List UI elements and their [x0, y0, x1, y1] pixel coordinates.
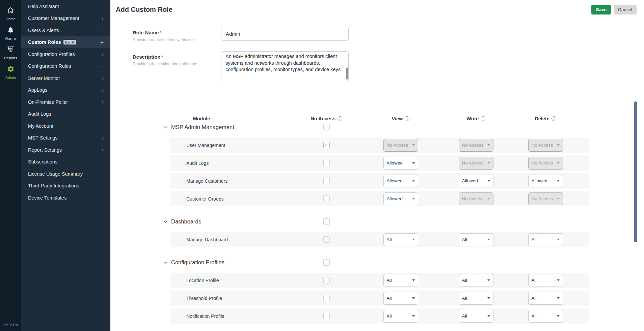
no-access-checkbox[interactable]: [323, 195, 330, 202]
section-checkbox[interactable]: [323, 124, 330, 130]
chevron-right-icon[interactable]: ›: [102, 16, 104, 21]
sidebar-item[interactable]: Custom RolesBETA +: [21, 36, 110, 49]
chevron-right-icon[interactable]: ›: [102, 75, 104, 81]
dropdown-arrow-icon: [487, 180, 490, 182]
app-root: Home Alarms Reports Admin 12:12 PM Help …: [0, 0, 644, 331]
no-access-checkbox[interactable]: [323, 313, 330, 319]
rail-item-reports[interactable]: Reports: [0, 43, 21, 63]
view-dropdown[interactable]: All: [383, 292, 418, 305]
permission-section: Dashboards Manage Dashboard: [110, 216, 644, 247]
sidebar-item[interactable]: Subscriptions: [21, 156, 110, 168]
view-dropdown[interactable]: All: [383, 310, 418, 323]
no-access-checkbox[interactable]: [323, 178, 330, 184]
rail-item-home[interactable]: Home: [0, 4, 21, 24]
chevron-right-icon[interactable]: ›: [102, 51, 104, 57]
view-dropdown-value: Allowed: [387, 196, 403, 201]
view-dropdown[interactable]: Allowed: [383, 175, 418, 187]
view-dropdown[interactable]: No Access: [383, 139, 418, 152]
info-icon[interactable]: [552, 116, 556, 121]
section-checkbox[interactable]: [323, 218, 330, 225]
chevron-right-icon[interactable]: ›: [102, 135, 104, 141]
delete-dropdown[interactable]: All: [528, 292, 563, 305]
save-button[interactable]: Save: [591, 5, 611, 14]
sidebar-item[interactable]: MSP Settings ›: [21, 132, 110, 144]
write-dropdown[interactable]: All: [459, 274, 493, 287]
sidebar-item[interactable]: On-Premise Poller ›: [21, 96, 110, 108]
rail-item-admin[interactable]: Admin: [0, 63, 21, 82]
page-scrollbar-thumb[interactable]: [634, 101, 637, 242]
plus-icon[interactable]: +: [100, 183, 104, 189]
sidebar-item[interactable]: Report Settings ›: [21, 144, 110, 156]
view-dropdown[interactable]: Allowed: [383, 157, 418, 170]
chevron-down-icon[interactable]: [163, 125, 168, 130]
no-access-checkbox[interactable]: [323, 142, 330, 148]
sidebar-item[interactable]: My Account: [21, 120, 110, 132]
sidebar-item[interactable]: Configuration Profiles ›: [21, 48, 110, 60]
delete-dropdown[interactable]: All: [528, 310, 563, 323]
main-content: Add Custom Role Save Cancel Role Name* P…: [110, 0, 644, 331]
sidebar-item[interactable]: License Usage Summary: [21, 168, 110, 180]
write-dropdown[interactable]: Allowed: [459, 175, 493, 187]
delete-dropdown[interactable]: No Access: [528, 192, 563, 205]
delete-dropdown[interactable]: No Access: [528, 157, 563, 170]
write-dropdown[interactable]: No Access: [459, 139, 493, 152]
chevron-right-icon[interactable]: ›: [102, 147, 104, 153]
info-icon[interactable]: [481, 116, 485, 121]
description-textarea[interactable]: An MSP administrator manages and monitor…: [221, 51, 349, 82]
role-name-field-row: Role Name* Provide a name to identify th…: [133, 27, 644, 42]
write-dropdown[interactable]: No Access: [459, 192, 493, 205]
no-access-checkbox[interactable]: [323, 236, 330, 243]
plus-icon[interactable]: +: [100, 27, 104, 33]
textarea-scrollbar-thumb[interactable]: [346, 67, 348, 80]
write-dropdown-value: All: [462, 237, 467, 242]
delete-dropdown[interactable]: All: [528, 274, 563, 287]
dropdown-arrow-icon: [557, 198, 560, 200]
delete-dropdown-value: No Access: [532, 160, 553, 166]
write-dropdown[interactable]: All: [459, 233, 493, 246]
chevron-right-icon[interactable]: ›: [102, 99, 104, 105]
delete-dropdown[interactable]: No Access: [528, 139, 563, 152]
permission-row: Audit Logs Allowed: [170, 155, 589, 171]
sidebar-item[interactable]: Server Monitor ›: [21, 72, 110, 84]
no-access-checkbox[interactable]: [323, 295, 330, 301]
sidebar-item[interactable]: Device Templates: [21, 192, 110, 204]
chevron-down-icon[interactable]: [163, 219, 168, 224]
sidebar-item[interactable]: Third-Party Integrations +: [21, 180, 110, 192]
view-dropdown[interactable]: Allowed: [383, 192, 418, 205]
write-dropdown-value: All: [462, 296, 467, 301]
sidebar-item[interactable]: Audit Logs: [21, 108, 110, 120]
sidebar-item[interactable]: Customer Management ›: [21, 12, 110, 25]
cancel-button[interactable]: Cancel: [614, 5, 637, 14]
section-rows: Location Profile All: [110, 273, 644, 324]
role-name-input[interactable]: [221, 27, 349, 41]
delete-dropdown-value: All: [532, 313, 537, 319]
delete-dropdown[interactable]: Allowed: [528, 175, 563, 187]
plus-icon[interactable]: +: [100, 63, 104, 69]
chevron-down-icon[interactable]: [163, 260, 168, 265]
sidebar-item[interactable]: Configuration Rules +: [21, 60, 110, 72]
plus-icon[interactable]: +: [100, 39, 104, 45]
section-checkbox[interactable]: [323, 259, 330, 266]
chevron-right-icon[interactable]: ›: [102, 87, 104, 93]
write-dropdown[interactable]: All: [459, 310, 493, 323]
column-header-label: Delete: [535, 116, 549, 121]
sidebar-item[interactable]: Users & Alerts +: [21, 24, 110, 36]
sidebar-item-label: Device Templates: [28, 195, 66, 201]
write-dropdown[interactable]: No Access: [459, 157, 493, 170]
dropdown-arrow-icon: [412, 239, 415, 240]
sidebar-item-label: On-Premise Poller: [28, 99, 68, 105]
sidebar-item[interactable]: AppLogs ›: [21, 84, 110, 96]
rail-item-alarms[interactable]: Alarms: [0, 24, 21, 43]
sidebar-item[interactable]: Help Assistant: [21, 0, 110, 12]
write-dropdown[interactable]: All: [459, 292, 493, 305]
view-dropdown[interactable]: All: [383, 233, 418, 246]
view-dropdown[interactable]: All: [383, 274, 418, 287]
info-icon[interactable]: [338, 116, 342, 121]
delete-dropdown[interactable]: All: [528, 233, 563, 246]
no-access-checkbox[interactable]: [323, 160, 330, 166]
no-access-checkbox[interactable]: [323, 277, 330, 283]
dropdown-arrow-icon: [412, 279, 415, 281]
info-icon[interactable]: [405, 116, 409, 121]
column-header-label: Write: [466, 116, 479, 121]
dropdown-arrow-icon: [557, 279, 560, 281]
